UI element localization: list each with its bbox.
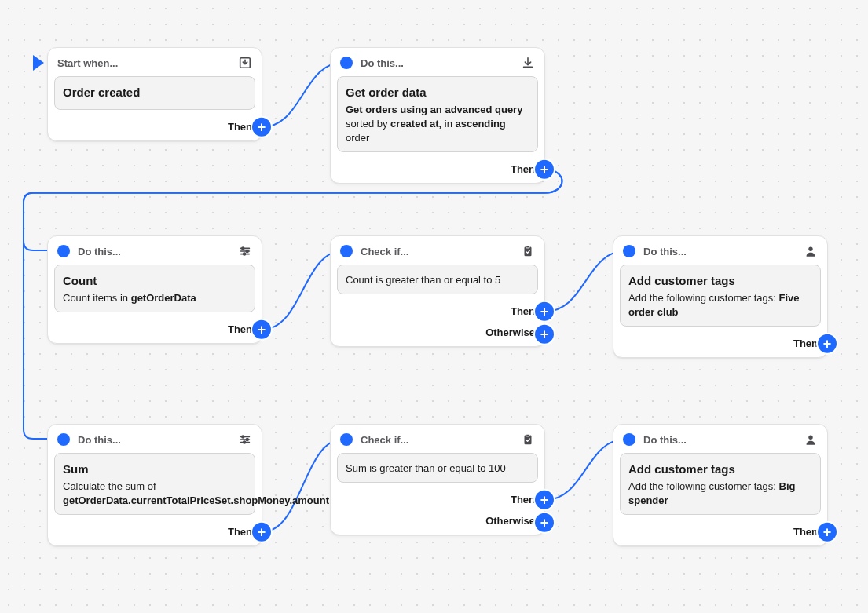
output-then: Then+ xyxy=(331,301,544,325)
node-header-label: Do this... xyxy=(361,57,513,69)
flow-node-n1[interactable]: Start when...Order createdThen+ xyxy=(47,47,262,141)
svg-point-3 xyxy=(246,250,248,253)
person-icon xyxy=(804,432,818,447)
add-step-button[interactable]: + xyxy=(535,491,554,509)
flow-node-n4[interactable]: Check if...Count is greater than or equa… xyxy=(330,235,545,347)
node-title: Add customer tags xyxy=(628,273,812,290)
node-text: Count is greater than or equal to 5 xyxy=(346,273,529,287)
node-header-label: Do this... xyxy=(78,246,230,257)
node-header: Start when... xyxy=(48,48,262,76)
flow-node-n6[interactable]: Do this...SumCalculate the sum of getOrd… xyxy=(47,424,262,546)
download-icon xyxy=(521,56,535,70)
input-port xyxy=(623,245,635,257)
node-header-label: Do this... xyxy=(78,434,230,446)
input-port xyxy=(623,433,635,446)
output-then: Then+ xyxy=(613,333,827,357)
node-body: Order created xyxy=(54,76,255,110)
flow-canvas[interactable]: Start when...Order createdThen+Do this..… xyxy=(0,0,868,613)
add-step-button[interactable]: + xyxy=(252,320,271,339)
input-port xyxy=(57,433,70,446)
output-then: Then+ xyxy=(48,116,262,140)
node-body: Get order dataGet orders using an advanc… xyxy=(337,76,538,152)
node-title: Sum xyxy=(63,462,247,478)
node-title: Count xyxy=(63,273,247,290)
add-step-button[interactable]: + xyxy=(818,334,837,353)
output-then: Then+ xyxy=(613,521,827,545)
add-step-button[interactable]: + xyxy=(535,160,554,179)
person-icon xyxy=(804,244,818,258)
node-description: Calculate the sum of getOrderData.curren… xyxy=(63,480,247,508)
svg-rect-6 xyxy=(526,246,530,248)
node-body: Add customer tagsAdd the following custo… xyxy=(620,265,821,327)
node-text: Sum is greater than or equal to 100 xyxy=(346,462,529,476)
node-title: Order created xyxy=(63,85,247,101)
input-port xyxy=(340,57,353,69)
svg-point-4 xyxy=(244,253,246,255)
svg-rect-12 xyxy=(526,434,530,436)
flow-node-n8[interactable]: Do this...Add customer tagsAdd the follo… xyxy=(613,424,828,546)
add-step-button[interactable]: + xyxy=(252,118,271,137)
import-icon xyxy=(238,56,252,70)
node-title: Add customer tags xyxy=(628,462,812,478)
node-header: Check if... xyxy=(331,425,544,453)
add-step-button[interactable]: + xyxy=(818,523,837,542)
node-header: Do this... xyxy=(613,236,827,265)
svg-point-13 xyxy=(808,436,812,440)
node-header-label: Check if... xyxy=(361,246,513,257)
flow-node-n5[interactable]: Do this...Add customer tagsAdd the follo… xyxy=(613,235,828,358)
sliders-icon xyxy=(238,244,252,258)
add-step-button[interactable]: + xyxy=(252,523,271,542)
node-body: Sum is greater than or equal to 100 xyxy=(337,453,538,483)
node-body: Count is greater than or equal to 5 xyxy=(337,265,538,294)
svg-point-8 xyxy=(242,436,244,438)
input-port xyxy=(57,245,70,257)
node-header: Do this... xyxy=(331,48,544,76)
add-step-button[interactable]: + xyxy=(535,513,554,532)
node-header-label: Check if... xyxy=(361,434,513,446)
svg-point-9 xyxy=(246,439,248,441)
node-body: SumCalculate the sum of getOrderData.cur… xyxy=(54,453,255,515)
add-step-button[interactable]: + xyxy=(535,325,554,344)
node-header: Do this... xyxy=(48,425,262,453)
sliders-icon xyxy=(238,432,252,447)
input-port xyxy=(340,245,353,257)
flow-node-n7[interactable]: Check if...Sum is greater than or equal … xyxy=(330,424,545,535)
node-body: Add customer tagsAdd the following custo… xyxy=(620,453,821,515)
svg-point-2 xyxy=(242,247,244,250)
add-step-button[interactable]: + xyxy=(535,302,554,321)
node-header: Do this... xyxy=(48,236,262,265)
node-header-label: Do this... xyxy=(643,434,796,446)
node-header: Check if... xyxy=(331,236,544,265)
flow-node-n3[interactable]: Do this...CountCount items in getOrderDa… xyxy=(47,235,262,344)
node-description: Count items in getOrderData xyxy=(63,291,247,305)
play-icon xyxy=(33,55,44,71)
node-body: CountCount items in getOrderData xyxy=(54,265,255,312)
output-then: Then+ xyxy=(331,489,544,513)
clipboard-icon xyxy=(521,244,535,258)
output-then: Then+ xyxy=(48,319,262,343)
output-otherwise: Otherwise+ xyxy=(331,513,544,535)
svg-point-10 xyxy=(244,441,246,443)
node-title: Get order data xyxy=(346,85,529,101)
node-description: Get orders using an advanced query sorte… xyxy=(346,103,529,145)
node-description: Add the following customer tags: Big spe… xyxy=(628,480,812,508)
node-header-label: Start when... xyxy=(57,57,230,69)
node-description: Add the following customer tags: Five or… xyxy=(628,291,812,319)
flow-node-n2[interactable]: Do this...Get order dataGet orders using… xyxy=(330,47,545,184)
output-otherwise: Otherwise+ xyxy=(331,325,544,346)
node-header: Do this... xyxy=(613,425,827,453)
output-then: Then+ xyxy=(48,521,262,545)
node-header-label: Do this... xyxy=(643,246,796,257)
clipboard-icon xyxy=(521,432,535,447)
output-then: Then+ xyxy=(331,159,544,183)
svg-point-7 xyxy=(808,247,812,251)
input-port xyxy=(340,433,353,446)
